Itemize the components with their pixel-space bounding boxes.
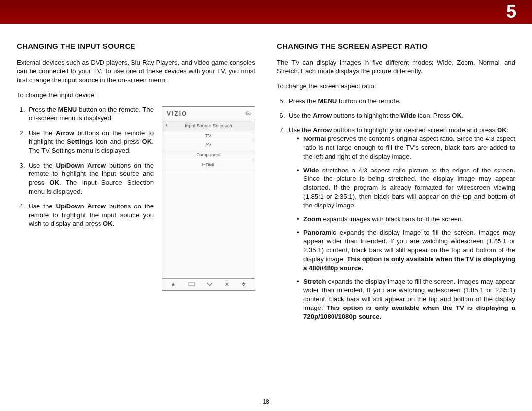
step-4: Use the Up/Down Arrow buttons on the rem… (27, 202, 154, 228)
input-steps: Press the MENU button on the remote. The… (17, 105, 154, 235)
mode-panoramic: Panoramic expands the display image to f… (298, 228, 515, 272)
mock-row: Component (162, 150, 255, 160)
left-lead: To change the input device: (17, 91, 255, 100)
left-intro: External devices such as DVD players, Bl… (17, 58, 255, 84)
mock-row: TV (162, 131, 255, 140)
right-intro: The TV can display images in five differ… (277, 58, 515, 76)
mock-body: Input Source Selection TV AV Component H… (162, 121, 255, 278)
step-5: Press the MENU button on the remote. (287, 97, 515, 105)
step-1: Press the MENU button on the remote. The… (27, 105, 154, 123)
mode-list: Normal preserves the content's original … (289, 135, 515, 321)
mock-row-title: Input Source Selection (162, 121, 255, 131)
mode-zoom: Zoom expands images with black bars to f… (298, 215, 515, 224)
chapter-number: 5 (506, 1, 516, 22)
brand-logo: VIZIO (167, 110, 187, 118)
mock-footer: ★ ✕ ✲ (162, 278, 255, 290)
right-heading: CHANGING THE SCREEN ASPECT RATIO (277, 41, 515, 51)
mock-row: HDMI (162, 160, 255, 170)
back-arrow-icon (165, 124, 167, 127)
mode-stretch: Stretch expands the display image to fil… (298, 277, 515, 321)
gear-icon: ✲ (241, 281, 246, 288)
page-number: 18 (0, 398, 532, 405)
svg-rect-0 (189, 283, 195, 286)
mode-wide: Wide stretches a 4:3 aspect ratio pictur… (298, 166, 515, 210)
mock-row: AV (162, 140, 255, 150)
aspect-steps: Press the MENU button on the remote. Use… (277, 97, 515, 321)
right-lead: To change the screen aspect ratio: (277, 82, 515, 91)
home-icon (246, 110, 251, 117)
right-column: CHANGING THE SCREEN ASPECT RATIO The TV … (277, 41, 515, 327)
onscreen-menu-mock: VIZIO Input Source Selection TV AV Compo… (162, 106, 255, 291)
mock-header: VIZIO (162, 107, 255, 121)
step-7: Use the Arrow buttons to highlight your … (287, 126, 515, 321)
step-6: Use the Arrow buttons to highlight the W… (287, 111, 515, 120)
chapter-header: 5 (0, 0, 532, 24)
step-3: Use the Up/Down Arrow buttons on the rem… (27, 161, 154, 196)
x-icon: ✕ (225, 281, 229, 288)
step-2: Use the Arrow buttons on the remote to h… (27, 129, 154, 155)
mock-list: Input Source Selection TV AV Component H… (162, 121, 255, 170)
page-content: CHANGING THE INPUT SOURCE External devic… (0, 24, 532, 327)
star-icon: ★ (171, 281, 176, 288)
v-icon (207, 282, 213, 286)
mode-normal: Normal preserves the content's original … (298, 135, 515, 161)
rect-icon (188, 282, 195, 286)
left-heading: CHANGING THE INPUT SOURCE (17, 41, 255, 51)
left-column: CHANGING THE INPUT SOURCE External devic… (17, 41, 255, 327)
